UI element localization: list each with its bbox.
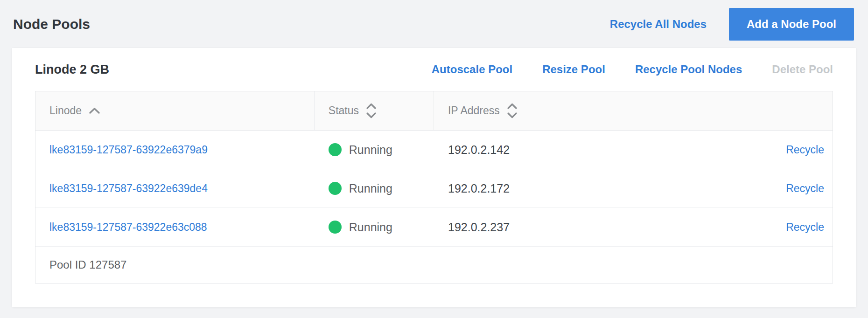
page-header: Node Pools Recycle All Nodes Add a Node … — [0, 0, 868, 48]
ip-address-cell: 192.0.2.142 — [434, 143, 633, 157]
column-header-linode[interactable]: Linode — [35, 91, 315, 130]
pool-actions: Autoscale Pool Resize Pool Recycle Pool … — [432, 63, 833, 76]
linode-link[interactable]: lke83159-127587-63922e6379a9 — [49, 144, 208, 156]
pool-title: Linode 2 GB — [35, 62, 109, 77]
linode-link[interactable]: lke83159-127587-63922e639de4 — [49, 182, 208, 195]
row-actions-cell: Recycle — [633, 221, 833, 234]
recycle-node-link[interactable]: Recycle — [786, 144, 824, 156]
status-running-dot — [329, 182, 342, 195]
sort-ascending-icon — [88, 107, 101, 115]
row-actions-cell: Recycle — [633, 182, 833, 195]
linode-link[interactable]: lke83159-127587-63922e63c088 — [49, 221, 207, 234]
status-label: Running — [349, 221, 392, 234]
autoscale-pool-link[interactable]: Autoscale Pool — [432, 63, 512, 76]
sort-icon — [365, 102, 377, 119]
pool-header: Linode 2 GB Autoscale Pool Resize Pool R… — [12, 48, 856, 91]
recycle-pool-nodes-link[interactable]: Recycle Pool Nodes — [635, 63, 742, 76]
status-cell: Running — [315, 143, 434, 157]
recycle-node-link[interactable]: Recycle — [786, 221, 824, 234]
column-header-actions — [633, 91, 833, 130]
status-cell: Running — [315, 221, 434, 234]
delete-pool-link[interactable]: Delete Pool — [772, 63, 833, 76]
status-running-dot — [329, 221, 342, 234]
linode-cell: lke83159-127587-63922e63c088 — [35, 221, 315, 234]
column-header-status-label: Status — [329, 104, 359, 117]
ip-address-value: 192.0.2.142 — [448, 143, 510, 157]
pool-id-footer: Pool ID 127587 — [35, 247, 833, 283]
table-row: lke83159-127587-63922e63c088 Running 192… — [35, 208, 833, 247]
table-row: lke83159-127587-63922e639de4 Running 192… — [35, 169, 833, 208]
column-header-status[interactable]: Status — [315, 91, 434, 130]
recycle-node-link[interactable]: Recycle — [786, 182, 824, 195]
linode-cell: lke83159-127587-63922e6379a9 — [35, 144, 315, 156]
recycle-all-nodes-link[interactable]: Recycle All Nodes — [610, 18, 707, 31]
nodes-table: Linode Status IP Address — [35, 91, 833, 283]
pool-id-label: Pool ID 127587 — [49, 258, 126, 271]
status-label: Running — [349, 143, 392, 157]
column-header-ip-address[interactable]: IP Address — [434, 91, 633, 130]
ip-address-cell: 192.0.2.172 — [434, 182, 633, 195]
table-header-row: Linode Status IP Address — [35, 91, 833, 131]
linode-cell: lke83159-127587-63922e639de4 — [35, 182, 315, 195]
page-header-actions: Recycle All Nodes Add a Node Pool — [610, 8, 854, 41]
column-header-linode-label: Linode — [49, 104, 82, 117]
ip-address-value: 192.0.2.237 — [448, 221, 510, 234]
ip-address-cell: 192.0.2.237 — [434, 221, 633, 234]
add-node-pool-button[interactable]: Add a Node Pool — [729, 8, 854, 41]
row-actions-cell: Recycle — [633, 144, 833, 156]
resize-pool-link[interactable]: Resize Pool — [542, 63, 605, 76]
status-label: Running — [349, 182, 392, 195]
page-title: Node Pools — [13, 16, 90, 32]
status-cell: Running — [315, 182, 434, 195]
sort-icon — [506, 102, 518, 119]
node-pool-card: Linode 2 GB Autoscale Pool Resize Pool R… — [12, 48, 856, 307]
table-row: lke83159-127587-63922e6379a9 Running 192… — [35, 131, 833, 169]
status-running-dot — [329, 143, 342, 156]
column-header-ip-address-label: IP Address — [448, 104, 500, 117]
ip-address-value: 192.0.2.172 — [448, 182, 510, 195]
